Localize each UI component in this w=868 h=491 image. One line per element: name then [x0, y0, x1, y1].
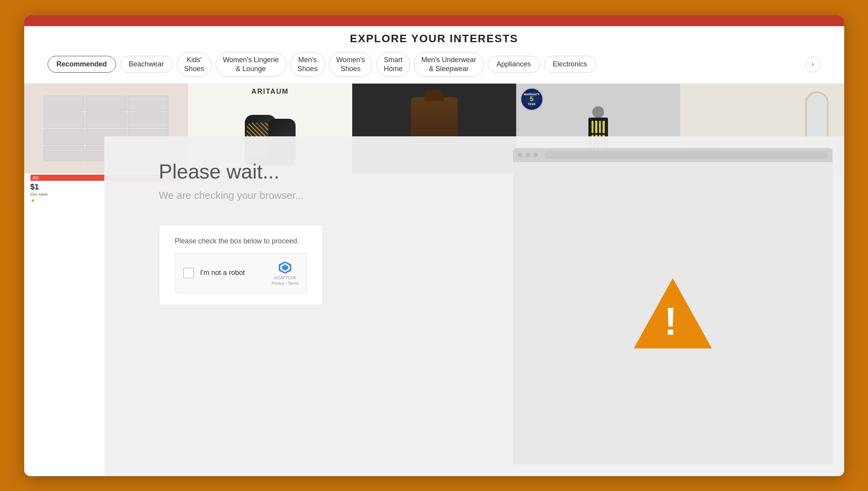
captcha-instruction: Please check the box below to proceed.: [175, 237, 307, 245]
captcha-box: Please check the box below to proceed. I…: [159, 225, 323, 305]
shoe-slot: [128, 96, 169, 111]
browser-dot-2: [526, 153, 530, 157]
next-categories-button[interactable]: ›: [805, 57, 821, 72]
tab-smart-home[interactable]: SmartHome: [376, 52, 410, 77]
warning-triangle: [634, 278, 712, 348]
browser-dot-3: [533, 153, 538, 157]
shoe-slot: [86, 112, 127, 128]
warranty-year-label: YEAR: [528, 103, 535, 105]
shoe-slot: [86, 96, 127, 111]
please-wait-title: Please wait...: [159, 160, 280, 183]
browser-mockup-content: [513, 162, 832, 464]
tab-recommended[interactable]: Recommended: [48, 56, 116, 73]
chevron-right-icon: ›: [812, 60, 814, 68]
category-tabs: Recommended Beachwear Kids'Shoes Women's…: [24, 52, 844, 84]
tab-mens-shoes[interactable]: Men'sShoes: [290, 52, 325, 77]
recaptcha-widget[interactable]: I'm not a robot reCAPTCHA Privacy - Term…: [175, 253, 307, 293]
tab-kids-shoes[interactable]: Kids'Shoes: [177, 52, 212, 77]
page-header: EXPLORE YOUR INTERESTS Recommended Beach…: [24, 26, 844, 84]
recaptcha-checkbox[interactable]: [183, 268, 194, 279]
warranty-year: 5: [530, 96, 533, 103]
tab-mens-underwear[interactable]: Men's Underwear& Sleepwear: [414, 52, 484, 77]
captcha-right-panel: [501, 136, 844, 476]
browser-dot-1: [518, 153, 522, 157]
captcha-overlay: Please wait... We are checking your brow…: [104, 136, 844, 476]
tab-womens-shoes[interactable]: Women'sShoes: [329, 52, 373, 77]
recaptcha-icon: [277, 260, 293, 275]
recaptcha-logo-area: reCAPTCHA Privacy - Terms: [272, 260, 299, 286]
checking-subtitle: We are checking your browser...: [159, 189, 304, 202]
person-head: [592, 106, 604, 118]
browser-mockup: [513, 148, 832, 464]
shoe-slot: [44, 146, 85, 162]
tab-beachwear[interactable]: Beachwear: [120, 56, 173, 73]
top-bar: [24, 15, 844, 26]
page-title: EXPLORE YOUR INTERESTS: [24, 32, 844, 45]
browser-mockup-topbar: [513, 148, 832, 162]
browser-address-bar: [544, 151, 828, 159]
led-cell: [602, 121, 605, 133]
shoe-slot: [44, 129, 85, 145]
led-cell: [599, 121, 601, 133]
led-cell: [592, 121, 594, 133]
warranty-text: WARRANTY: [524, 93, 539, 96]
shoe-slot: [44, 112, 85, 128]
shoe-slot: [44, 96, 85, 111]
shoe-slot: [128, 112, 169, 128]
recaptcha-label: I'm not a robot: [200, 269, 266, 277]
tab-womens-lingerie[interactable]: Women's Lingerie& Lounge: [216, 52, 286, 77]
led-cell: [595, 121, 597, 133]
browser-window: EXPLORE YOUR INTERESTS Recommended Beach…: [24, 15, 844, 476]
recaptcha-brand: reCAPTCHA Privacy - Terms: [272, 275, 299, 286]
tab-electronics[interactable]: Electronics: [544, 56, 596, 73]
tab-appliances[interactable]: Appliances: [488, 56, 540, 73]
brand-logo: ARITAUM: [251, 87, 289, 96]
warranty-badge: WARRANTY 5 YEAR: [520, 87, 544, 111]
captcha-left-panel: Please wait... We are checking your brow…: [104, 136, 502, 476]
